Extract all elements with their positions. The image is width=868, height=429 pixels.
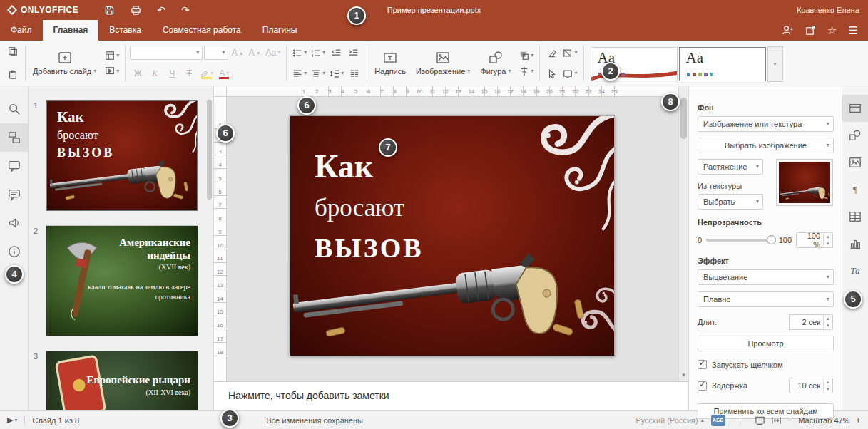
image-settings-button[interactable] [842,149,868,176]
add-slide-button[interactable]: Добавить слайд▾ [28,43,101,83]
sidebar-about-button[interactable] [0,237,28,266]
sidebar-slides-button[interactable] [0,123,28,152]
manage-access-button[interactable] [782,25,794,36]
fit-to-width-icon[interactable] [771,415,782,425]
paragraph-settings-button[interactable]: ¶ [842,176,868,203]
tab-insert[interactable]: Вставка [98,20,152,41]
background-preview[interactable] [776,159,833,206]
insert-columns-button[interactable] [347,66,362,81]
opacity-value-field[interactable]: 100 % ▲▼ [796,232,833,248]
scroll-down-icon[interactable]: ▼ [679,372,688,378]
zoom-in-button[interactable]: + [855,415,861,425]
arrange-shape-button[interactable]: ▾ [518,48,535,63]
select-image-button[interactable]: Выбрать изображение▾ [698,138,834,153]
stepper-up-icon[interactable]: ▲ [824,315,832,322]
decrease-indent-button[interactable] [328,45,344,61]
editing-area[interactable]: 1234567891011121314151617181920212223242… [214,86,688,410]
language-selector[interactable]: Русский (Россия)▴ [635,416,703,425]
save-button[interactable] [104,5,115,16]
stepper-up-icon[interactable]: ▲ [824,378,832,386]
paste-button[interactable] [5,67,21,83]
slide-settings-button[interactable] [842,95,868,122]
change-layout-button[interactable]: ▾ [103,48,121,63]
underline-button[interactable]: Ч [164,66,180,81]
texture-select[interactable]: Выбрать▾ [698,194,763,210]
stepper-down-icon[interactable]: ▼ [824,386,832,393]
horizontal-ruler[interactable]: 1234567891011121314151617181920212223242… [227,86,678,97]
increase-font-button[interactable]: А▲ [230,45,245,61]
start-slideshow-statusbar-button[interactable]: ▶▾ [7,415,17,425]
scrollbar-thumb[interactable] [680,98,687,139]
print-button[interactable] [131,5,141,16]
preview-button[interactable]: Просмотр [698,336,834,351]
sidebar-comments-button[interactable] [0,152,28,180]
copy-button[interactable] [5,43,21,59]
slide-thumbnail-1[interactable]: Как бросают ВЫЗОВ [46,100,198,211]
tab-home[interactable]: Главная [43,20,99,41]
textart-settings-button[interactable]: Та [842,257,868,284]
numbered-list-button[interactable]: ▾ [310,45,327,61]
open-theme-gallery-button[interactable]: ▾ [767,46,783,82]
redo-button[interactable]: ↷ [181,5,190,15]
duration-field[interactable]: 2 сек ▲▼ [789,314,833,330]
select-all-button[interactable] [544,66,560,81]
spellcheck-toggle[interactable]: АБВ [711,415,725,426]
effect-select[interactable]: Выцветание▾ [698,269,834,285]
insert-textbox-button[interactable]: Надпись [369,43,411,83]
sidebar-search-button[interactable] [0,95,28,123]
open-file-location-button[interactable] [805,25,816,36]
highlight-color-button[interactable]: ▾ [198,66,215,81]
opacity-slider-knob[interactable] [767,235,776,244]
slide-size-button[interactable]: ▾ [561,66,578,81]
start-slideshow-button[interactable]: ▾ [103,63,121,79]
line-spacing-button[interactable]: ▾ [328,66,345,81]
change-case-button[interactable]: Аа▾ [264,45,282,61]
insert-shape-button[interactable]: Фигура▾ [475,43,516,83]
settings-menu-button[interactable]: ☰ [849,25,858,36]
increase-indent-button[interactable] [345,45,361,61]
sidebar-feedback-button[interactable] [0,209,28,237]
background-fill-type-select[interactable]: Изображение или текстура▾ [698,116,834,132]
stretch-select[interactable]: Растяжение▾ [698,159,763,175]
effect-speed-select[interactable]: Плавно▾ [698,291,834,307]
bold-button[interactable]: Ж [130,66,145,81]
insert-image-button[interactable]: Изображение▾ [411,43,475,83]
start-on-click-checkbox[interactable]: ✓ [698,360,707,369]
font-name-select[interactable]: ▾ [130,46,203,60]
clear-style-button[interactable] [544,45,560,61]
delay-field[interactable]: 10 сек ▲▼ [789,378,833,393]
font-size-select[interactable]: ▾ [204,46,228,60]
delay-checkbox[interactable]: ✓ [698,381,707,391]
font-color-button[interactable]: А ▾ [216,66,232,81]
stepper-up-icon[interactable]: ▲ [824,233,832,240]
align-shape-button[interactable]: ▾ [518,63,535,79]
slide-thumbnail-2[interactable]: Американские индейцы (XVII век) клали то… [46,225,198,336]
theme-tile-2[interactable]: Aa [679,47,766,81]
decrease-font-button[interactable]: А▼ [247,45,262,61]
slide-thumbnail-3[interactable]: Европейские рыцари (XII-XVI века) [46,351,198,410]
strikeout-button[interactable]: Т [181,66,197,81]
italic-button[interactable]: К [147,66,163,81]
shape-settings-button[interactable] [842,122,868,149]
chart-settings-button[interactable] [842,230,868,257]
fit-to-slide-icon[interactable] [755,415,765,425]
opacity-slider[interactable] [706,239,775,242]
table-settings-button[interactable] [842,203,868,230]
undo-button[interactable]: ↶ [157,5,165,15]
vertical-align-button[interactable]: ▾ [310,66,327,81]
shape-fill-button[interactable]: ▾ [561,45,578,61]
favorites-button[interactable]: ☆ [827,25,837,36]
zoom-out-button[interactable]: − [787,415,793,425]
thumbnails-scrollbar[interactable] [207,100,212,399]
stepper-down-icon[interactable]: ▼ [824,240,832,247]
sidebar-chat-button[interactable] [0,180,28,209]
notes-area[interactable]: Нажмите, чтобы добавить заметки [214,381,688,410]
slide-thumbnails-panel[interactable]: 1 Как бросают ВЫЗОВ 2 [29,86,214,410]
tab-file[interactable]: Файл [0,20,43,41]
horizontal-align-button[interactable]: ▾ [291,66,308,81]
tab-plugins[interactable]: Плагины [252,20,308,41]
tab-collaboration[interactable]: Совместная работа [152,20,252,41]
canvas-scrollbar[interactable]: ▼ [678,86,688,381]
slide-canvas[interactable]: Как бросают ВЫЗОВ [290,115,615,356]
stepper-down-icon[interactable]: ▼ [824,322,832,329]
